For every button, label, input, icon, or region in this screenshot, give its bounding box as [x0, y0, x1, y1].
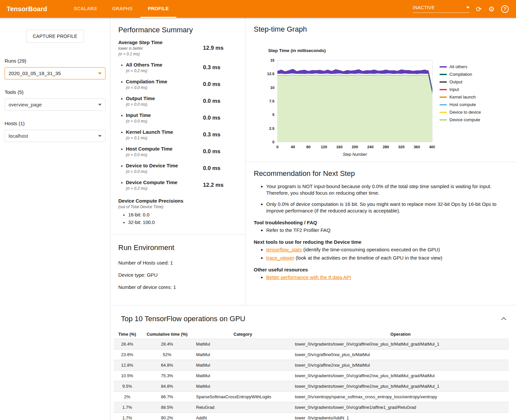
precisions-list: 16-bit: 0.032-bit: 100.0	[118, 212, 238, 225]
metric-label: Output Time	[126, 96, 203, 101]
table-cell: ReluGrad	[193, 402, 292, 413]
svg-text:200: 200	[352, 145, 358, 149]
table-cell: 2%	[114, 392, 141, 402]
table-cell: AddN	[193, 413, 292, 420]
runs-label: Runs (29)	[5, 58, 105, 64]
overview-grid: Performance Summary Average Step Time lo…	[110, 18, 516, 305]
table-cell: tower_0/v/cg/affine2/xw_plus_b/MatMul	[292, 360, 509, 371]
legend-swatch	[440, 89, 447, 90]
table-cell: 28.4%	[114, 339, 141, 350]
tab-graphs[interactable]: GRAPHS	[104, 0, 140, 18]
table-cell: 86.7%	[141, 392, 193, 402]
hosts-dropdown[interactable]: localhost	[5, 130, 105, 142]
bullet-icon: •	[121, 129, 126, 135]
table-cell: tower_0/v/gradients/tower_0/v/cg/affine1…	[292, 402, 509, 413]
precision-item: 16-bit: 0.0	[128, 212, 238, 217]
metric-note: lower is better	[118, 46, 203, 51]
table-cell: 75.3%	[141, 371, 193, 381]
recommendation-list: Refer to the TF2 Profiler FAQ	[254, 227, 505, 234]
legend-label: All others	[449, 64, 467, 69]
table-cell: MatMul	[193, 381, 292, 392]
metric-value: 0.0 ms	[203, 148, 238, 155]
run-environment-lines: Number of Hosts used: 1Device type: GPUN…	[118, 260, 237, 290]
chart-legend: All othersCompilationOutputInputKernel l…	[440, 64, 481, 156]
column-header: Category	[193, 330, 292, 339]
sidebar: CAPTURE PROFILE Runs (29) 2020_03_05_18_…	[0, 18, 110, 420]
recommendation-card: Recommendation for Next Step Your progra…	[245, 162, 516, 294]
refresh-icon[interactable]: ⟳	[476, 6, 482, 13]
tools-label: Tools (5)	[5, 89, 105, 95]
metric-row: •Host Compute Time(σ = 0.0 ms)0.0 ms	[118, 146, 238, 157]
svg-text:Step Number: Step Number	[343, 152, 367, 156]
metric-label: Input Time	[126, 112, 203, 118]
help-icon[interactable]: ?	[501, 5, 509, 13]
chevron-down-icon	[98, 104, 101, 106]
metric-sigma: (σ = 0.0 ms)	[126, 169, 203, 174]
svg-text:360: 360	[414, 145, 420, 149]
table-cell: MatMul	[193, 360, 292, 371]
bullet-icon: •	[121, 62, 126, 68]
average-step-time-row: Average Step Time lower is better (σ = 0…	[118, 40, 238, 56]
metric-value: 12.2 ms	[203, 182, 238, 188]
metric-row: •Input Time(σ = 0.0 ms)0.0 ms	[118, 112, 238, 124]
average-step-time-labels: Average Step Time lower is better (σ = 0…	[118, 40, 203, 56]
metric-labels: All Others Time(σ = 0.2 ms)	[126, 62, 203, 73]
recommendation-text: (identify the time-consuming operations …	[302, 247, 440, 252]
collapse-chevron-icon[interactable]	[501, 317, 506, 322]
legend-item: Compilation	[440, 72, 481, 77]
status-dropdown[interactable]: INACTIVE	[413, 5, 470, 13]
link[interactable]: tensorflow_stats	[266, 247, 302, 252]
metric-label: All Others Time	[126, 62, 203, 68]
device-compute-precisions: Device Compute Precisions (out of Total …	[118, 198, 238, 225]
legend-label: Output	[449, 79, 462, 84]
recommendation-heading: Other useful resources	[254, 267, 505, 272]
legend-label: Host compute	[449, 102, 476, 107]
step-time-graph-title: Step-time Graph	[254, 25, 506, 34]
top-ops-section: Top 10 TensorFlow operations on GPU Time…	[110, 305, 516, 420]
tab-profile[interactable]: PROFILE	[140, 0, 176, 18]
legend-item: Host compute	[440, 102, 481, 107]
tools-dropdown[interactable]: overview_page	[5, 98, 105, 111]
svg-text:12.5: 12.5	[267, 72, 275, 76]
bullet-icon: •	[121, 180, 126, 185]
recommendation-bullets: Your program is NOT input-bound because …	[254, 183, 505, 214]
recommendation-text: Refer to the TF2 Profiler FAQ	[266, 227, 330, 233]
tab-scalars[interactable]: SCALARS	[66, 0, 104, 18]
chevron-down-icon	[98, 72, 101, 74]
legend-swatch	[440, 81, 447, 83]
legend-label: Device to device	[449, 110, 481, 115]
chart-wrap: 02.557.51012.515040801201602002402803203…	[263, 56, 506, 156]
legend-item: Input	[440, 87, 481, 92]
legend-item: Device compute	[440, 117, 481, 122]
metric-value: 12.9 ms	[203, 45, 238, 51]
table-row: 1.7%90.2%AddNtower_0/v/gradients/AddN_1	[114, 413, 509, 420]
capture-profile-button[interactable]: CAPTURE PROFILE	[26, 30, 84, 43]
metrics-list: •All Others Time(σ = 0.2 ms)0.3 ms•Compi…	[118, 62, 238, 191]
table-cell: 10.5%	[114, 371, 141, 381]
link[interactable]: Better performance with the tf.data API	[266, 274, 351, 280]
table-row: 28.4%28.4%MatMultower_0/v/gradients/towe…	[114, 339, 509, 350]
table-cell: tower_0/v/gradients/tower_0/v/cg/affine0…	[292, 339, 509, 350]
runs-dropdown-value: 2020_03_05_18_31_35	[9, 70, 61, 76]
table-cell: 23.6%	[114, 350, 141, 360]
metric-value: 0.3 ms	[203, 131, 238, 138]
tensorboard-app: TensorBoard SCALARSGRAPHSPROFILE INACTIV…	[0, 0, 516, 420]
legend-swatch	[440, 104, 447, 105]
table-row: 1.7%88.5%ReluGradtower_0/v/gradients/tow…	[114, 402, 509, 413]
svg-text:320: 320	[398, 145, 404, 149]
table-row: 9.5%84.8%MatMultower_0/v/gradients/tower…	[114, 381, 509, 392]
table-body: 28.4%28.4%MatMultower_0/v/gradients/towe…	[114, 339, 509, 420]
recommendation-sections: Tool troubleshooting / FAQRefer to the T…	[254, 220, 505, 280]
metric-label: Device Compute Time	[126, 180, 203, 185]
settings-gear-icon[interactable]: ⚙	[488, 6, 495, 13]
app-title: TensorBoard	[7, 5, 47, 13]
recommendation-text: (look at the activities on the timeline …	[294, 255, 442, 261]
svg-text:15: 15	[270, 58, 274, 62]
performance-summary-card: Performance Summary Average Step Time lo…	[110, 18, 245, 235]
table-cell: SparseSoftmaxCrossEntropyWithLogits	[193, 392, 292, 402]
svg-text:40: 40	[291, 145, 295, 149]
runs-dropdown[interactable]: 2020_03_05_18_31_35	[5, 67, 105, 79]
link[interactable]: trace_viewer	[266, 255, 294, 261]
table-cell: 90.2%	[141, 413, 193, 420]
recommendation-item: Refer to the TF2 Profiler FAQ	[266, 227, 505, 234]
